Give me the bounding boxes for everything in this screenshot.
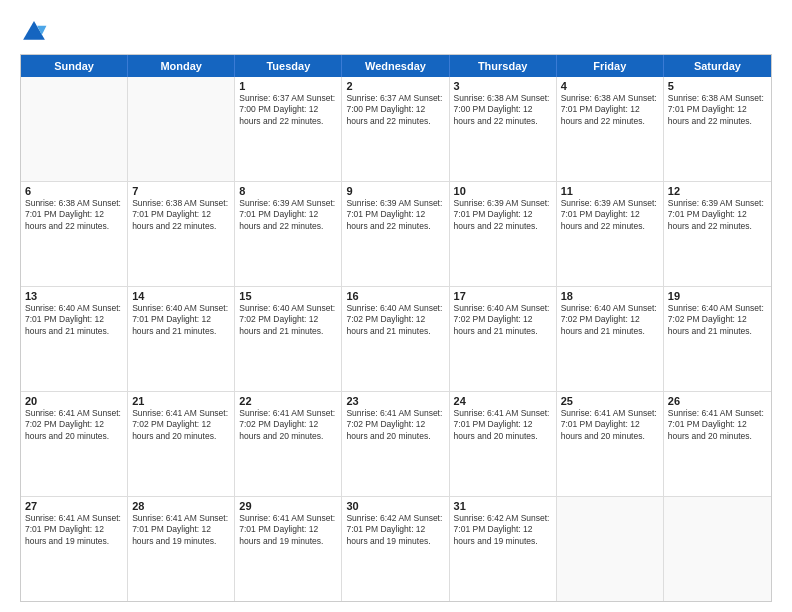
day-info: Sunrise: 6:40 AM Sunset: 7:02 PM Dayligh…: [346, 303, 444, 337]
calendar-day-empty-4-6: [664, 497, 771, 601]
weekday-header-saturday: Saturday: [664, 55, 771, 77]
day-number: 30: [346, 500, 444, 512]
day-number: 12: [668, 185, 767, 197]
calendar-day-17: 17Sunrise: 6:40 AM Sunset: 7:02 PM Dayli…: [450, 287, 557, 391]
day-number: 11: [561, 185, 659, 197]
day-number: 7: [132, 185, 230, 197]
day-info: Sunrise: 6:38 AM Sunset: 7:01 PM Dayligh…: [132, 198, 230, 232]
calendar-day-16: 16Sunrise: 6:40 AM Sunset: 7:02 PM Dayli…: [342, 287, 449, 391]
weekday-header-wednesday: Wednesday: [342, 55, 449, 77]
calendar: SundayMondayTuesdayWednesdayThursdayFrid…: [20, 54, 772, 602]
calendar-day-empty-0-0: [21, 77, 128, 181]
day-info: Sunrise: 6:40 AM Sunset: 7:02 PM Dayligh…: [561, 303, 659, 337]
calendar-day-27: 27Sunrise: 6:41 AM Sunset: 7:01 PM Dayli…: [21, 497, 128, 601]
day-number: 5: [668, 80, 767, 92]
calendar-week-3: 13Sunrise: 6:40 AM Sunset: 7:01 PM Dayli…: [21, 287, 771, 392]
day-info: Sunrise: 6:38 AM Sunset: 7:01 PM Dayligh…: [561, 93, 659, 127]
day-info: Sunrise: 6:39 AM Sunset: 7:01 PM Dayligh…: [668, 198, 767, 232]
day-number: 31: [454, 500, 552, 512]
logo-icon: [20, 18, 48, 46]
calendar-day-22: 22Sunrise: 6:41 AM Sunset: 7:02 PM Dayli…: [235, 392, 342, 496]
weekday-header-friday: Friday: [557, 55, 664, 77]
calendar-day-7: 7Sunrise: 6:38 AM Sunset: 7:01 PM Daylig…: [128, 182, 235, 286]
calendar-week-5: 27Sunrise: 6:41 AM Sunset: 7:01 PM Dayli…: [21, 497, 771, 601]
day-number: 27: [25, 500, 123, 512]
calendar-day-11: 11Sunrise: 6:39 AM Sunset: 7:01 PM Dayli…: [557, 182, 664, 286]
calendar-day-26: 26Sunrise: 6:41 AM Sunset: 7:01 PM Dayli…: [664, 392, 771, 496]
calendar-body: 1Sunrise: 6:37 AM Sunset: 7:00 PM Daylig…: [21, 77, 771, 601]
day-info: Sunrise: 6:41 AM Sunset: 7:02 PM Dayligh…: [346, 408, 444, 442]
calendar-day-12: 12Sunrise: 6:39 AM Sunset: 7:01 PM Dayli…: [664, 182, 771, 286]
calendar-day-6: 6Sunrise: 6:38 AM Sunset: 7:01 PM Daylig…: [21, 182, 128, 286]
day-info: Sunrise: 6:40 AM Sunset: 7:02 PM Dayligh…: [454, 303, 552, 337]
day-number: 3: [454, 80, 552, 92]
day-info: Sunrise: 6:41 AM Sunset: 7:01 PM Dayligh…: [239, 513, 337, 547]
calendar-week-1: 1Sunrise: 6:37 AM Sunset: 7:00 PM Daylig…: [21, 77, 771, 182]
day-number: 13: [25, 290, 123, 302]
calendar-day-29: 29Sunrise: 6:41 AM Sunset: 7:01 PM Dayli…: [235, 497, 342, 601]
calendar-day-23: 23Sunrise: 6:41 AM Sunset: 7:02 PM Dayli…: [342, 392, 449, 496]
weekday-header-thursday: Thursday: [450, 55, 557, 77]
calendar-day-10: 10Sunrise: 6:39 AM Sunset: 7:01 PM Dayli…: [450, 182, 557, 286]
day-info: Sunrise: 6:41 AM Sunset: 7:01 PM Dayligh…: [454, 408, 552, 442]
day-info: Sunrise: 6:38 AM Sunset: 7:01 PM Dayligh…: [668, 93, 767, 127]
calendar-day-empty-0-1: [128, 77, 235, 181]
calendar-week-2: 6Sunrise: 6:38 AM Sunset: 7:01 PM Daylig…: [21, 182, 771, 287]
day-info: Sunrise: 6:38 AM Sunset: 7:01 PM Dayligh…: [25, 198, 123, 232]
day-number: 15: [239, 290, 337, 302]
day-info: Sunrise: 6:42 AM Sunset: 7:01 PM Dayligh…: [346, 513, 444, 547]
day-number: 10: [454, 185, 552, 197]
day-info: Sunrise: 6:40 AM Sunset: 7:02 PM Dayligh…: [668, 303, 767, 337]
calendar-day-25: 25Sunrise: 6:41 AM Sunset: 7:01 PM Dayli…: [557, 392, 664, 496]
day-number: 25: [561, 395, 659, 407]
calendar-day-20: 20Sunrise: 6:41 AM Sunset: 7:02 PM Dayli…: [21, 392, 128, 496]
calendar-day-24: 24Sunrise: 6:41 AM Sunset: 7:01 PM Dayli…: [450, 392, 557, 496]
day-number: 6: [25, 185, 123, 197]
calendar-day-21: 21Sunrise: 6:41 AM Sunset: 7:02 PM Dayli…: [128, 392, 235, 496]
calendar-day-empty-4-5: [557, 497, 664, 601]
day-number: 14: [132, 290, 230, 302]
day-info: Sunrise: 6:41 AM Sunset: 7:01 PM Dayligh…: [25, 513, 123, 547]
day-number: 17: [454, 290, 552, 302]
day-number: 2: [346, 80, 444, 92]
page: SundayMondayTuesdayWednesdayThursdayFrid…: [0, 0, 792, 612]
calendar-day-13: 13Sunrise: 6:40 AM Sunset: 7:01 PM Dayli…: [21, 287, 128, 391]
calendar-day-14: 14Sunrise: 6:40 AM Sunset: 7:01 PM Dayli…: [128, 287, 235, 391]
day-number: 19: [668, 290, 767, 302]
calendar-day-28: 28Sunrise: 6:41 AM Sunset: 7:01 PM Dayli…: [128, 497, 235, 601]
day-info: Sunrise: 6:37 AM Sunset: 7:00 PM Dayligh…: [239, 93, 337, 127]
day-info: Sunrise: 6:41 AM Sunset: 7:02 PM Dayligh…: [132, 408, 230, 442]
calendar-day-9: 9Sunrise: 6:39 AM Sunset: 7:01 PM Daylig…: [342, 182, 449, 286]
day-number: 24: [454, 395, 552, 407]
day-info: Sunrise: 6:39 AM Sunset: 7:01 PM Dayligh…: [239, 198, 337, 232]
calendar-day-4: 4Sunrise: 6:38 AM Sunset: 7:01 PM Daylig…: [557, 77, 664, 181]
day-info: Sunrise: 6:42 AM Sunset: 7:01 PM Dayligh…: [454, 513, 552, 547]
day-number: 23: [346, 395, 444, 407]
calendar-day-31: 31Sunrise: 6:42 AM Sunset: 7:01 PM Dayli…: [450, 497, 557, 601]
day-number: 28: [132, 500, 230, 512]
day-info: Sunrise: 6:39 AM Sunset: 7:01 PM Dayligh…: [561, 198, 659, 232]
day-number: 22: [239, 395, 337, 407]
day-info: Sunrise: 6:40 AM Sunset: 7:02 PM Dayligh…: [239, 303, 337, 337]
day-number: 20: [25, 395, 123, 407]
day-number: 18: [561, 290, 659, 302]
weekday-header-sunday: Sunday: [21, 55, 128, 77]
calendar-day-15: 15Sunrise: 6:40 AM Sunset: 7:02 PM Dayli…: [235, 287, 342, 391]
weekday-header-tuesday: Tuesday: [235, 55, 342, 77]
day-info: Sunrise: 6:39 AM Sunset: 7:01 PM Dayligh…: [346, 198, 444, 232]
day-info: Sunrise: 6:37 AM Sunset: 7:00 PM Dayligh…: [346, 93, 444, 127]
day-number: 8: [239, 185, 337, 197]
calendar-week-4: 20Sunrise: 6:41 AM Sunset: 7:02 PM Dayli…: [21, 392, 771, 497]
logo: [20, 18, 52, 46]
weekday-header-monday: Monday: [128, 55, 235, 77]
calendar-day-18: 18Sunrise: 6:40 AM Sunset: 7:02 PM Dayli…: [557, 287, 664, 391]
calendar-day-19: 19Sunrise: 6:40 AM Sunset: 7:02 PM Dayli…: [664, 287, 771, 391]
day-number: 9: [346, 185, 444, 197]
calendar-header-row: SundayMondayTuesdayWednesdayThursdayFrid…: [21, 55, 771, 77]
calendar-day-8: 8Sunrise: 6:39 AM Sunset: 7:01 PM Daylig…: [235, 182, 342, 286]
day-info: Sunrise: 6:40 AM Sunset: 7:01 PM Dayligh…: [132, 303, 230, 337]
day-number: 4: [561, 80, 659, 92]
day-info: Sunrise: 6:39 AM Sunset: 7:01 PM Dayligh…: [454, 198, 552, 232]
day-info: Sunrise: 6:41 AM Sunset: 7:02 PM Dayligh…: [239, 408, 337, 442]
calendar-day-2: 2Sunrise: 6:37 AM Sunset: 7:00 PM Daylig…: [342, 77, 449, 181]
